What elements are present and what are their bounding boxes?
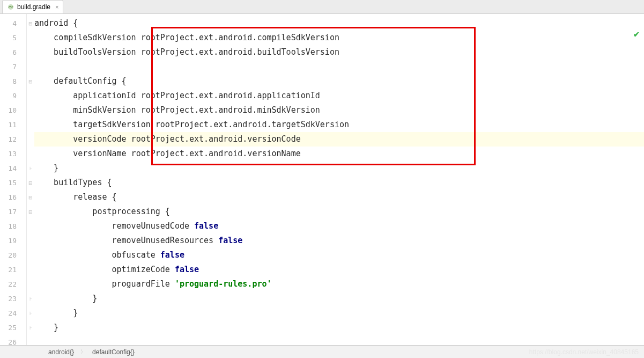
line-number: 14 xyxy=(0,161,26,176)
code-line[interactable] xyxy=(34,60,644,74)
tab-filename: build.gradle xyxy=(17,3,50,11)
line-number: 24 xyxy=(0,306,26,320)
no-errors-check-icon: ✔ xyxy=(633,30,640,39)
code-line[interactable]: } xyxy=(34,161,644,176)
line-number: 16 xyxy=(0,190,26,204)
code-line[interactable]: defaultConfig { xyxy=(34,74,644,89)
line-number: 19 xyxy=(0,233,26,248)
line-number: 8 xyxy=(0,74,26,89)
code-line[interactable]: obfuscate false xyxy=(34,248,644,262)
line-number: 21 xyxy=(0,262,26,277)
line-number: 7 xyxy=(0,60,26,74)
line-number: 12 xyxy=(0,132,26,147)
code-line[interactable]: android { xyxy=(34,16,644,31)
line-number: 22 xyxy=(0,277,26,291)
code-line[interactable]: buildToolsVersion rootProject.ext.androi… xyxy=(34,45,644,60)
code-line-current[interactable]: versionCode rootProject.ext.android.vers… xyxy=(34,132,644,147)
line-number: 26 xyxy=(0,335,26,349)
line-number: 20 xyxy=(0,248,26,262)
code-line[interactable]: targetSdkVersion rootProject.ext.android… xyxy=(34,118,644,132)
line-number: 13 xyxy=(0,147,26,161)
code-line[interactable]: } xyxy=(34,291,644,306)
fold-marker[interactable]: ⊟ xyxy=(27,16,34,31)
code-line[interactable]: postprocessing { xyxy=(34,204,644,219)
line-number: 10 xyxy=(0,103,26,118)
code-line[interactable]: optimizeCode false xyxy=(34,262,644,277)
gradle-file-icon xyxy=(7,3,14,11)
line-number: 6 xyxy=(0,45,26,60)
file-tab[interactable]: build.gradle × xyxy=(2,0,63,13)
code-line[interactable] xyxy=(34,335,644,349)
code-line[interactable]: } xyxy=(34,306,644,320)
fold-marker[interactable]: ⊟ xyxy=(27,204,34,219)
code-line[interactable]: versionName rootProject.ext.android.vers… xyxy=(34,147,644,161)
code-line[interactable]: buildTypes { xyxy=(34,176,644,190)
fold-marker[interactable]: ⊟ xyxy=(27,74,34,89)
line-number: 25 xyxy=(0,320,26,335)
line-number: 18 xyxy=(0,219,26,233)
code-line[interactable]: } xyxy=(34,320,644,335)
code-line[interactable]: applicationId rootProject.ext.android.ap… xyxy=(34,89,644,103)
watermark-text: https://blog.csdn.net/weixin_40845165 xyxy=(529,348,639,356)
code-line[interactable]: minSdkVersion rootProject.ext.android.mi… xyxy=(34,103,644,118)
fold-end-marker[interactable]: ⊦ xyxy=(27,161,34,176)
close-tab-icon[interactable]: × xyxy=(55,4,58,10)
line-number: 9 xyxy=(0,89,26,103)
line-number-gutter: 4567891011121314151617181920212223242526 xyxy=(0,14,27,345)
fold-column: ⊟ ⊟ ⊦ ⊟ ⊟ ⊟ ⊦ ⊦ ⊦ xyxy=(27,14,34,345)
editor-area: 4567891011121314151617181920212223242526… xyxy=(0,14,644,345)
line-number: 11 xyxy=(0,118,26,132)
code-line[interactable]: release { xyxy=(34,190,644,204)
fold-marker[interactable]: ⊟ xyxy=(27,190,34,204)
tab-bar: build.gradle × xyxy=(0,0,644,14)
line-number: 23 xyxy=(0,291,26,306)
code-content[interactable]: android { compileSdkVersion rootProject.… xyxy=(34,14,644,345)
fold-marker[interactable]: ⊟ xyxy=(27,176,34,190)
fold-end-marker[interactable]: ⊦ xyxy=(27,320,34,335)
fold-end-marker[interactable]: ⊦ xyxy=(27,306,34,320)
line-number: 15 xyxy=(0,176,26,190)
code-line[interactable]: compileSdkVersion rootProject.ext.androi… xyxy=(34,31,644,45)
line-number: 4 xyxy=(0,16,26,31)
line-number: 17 xyxy=(0,204,26,219)
line-number: 5 xyxy=(0,31,26,45)
code-line[interactable]: proguardFile 'proguard-rules.pro' xyxy=(34,277,644,291)
fold-end-marker[interactable]: ⊦ xyxy=(27,291,34,306)
code-line[interactable]: removeUnusedResources false xyxy=(34,233,644,248)
code-line[interactable]: removeUnusedCode false xyxy=(34,219,644,233)
